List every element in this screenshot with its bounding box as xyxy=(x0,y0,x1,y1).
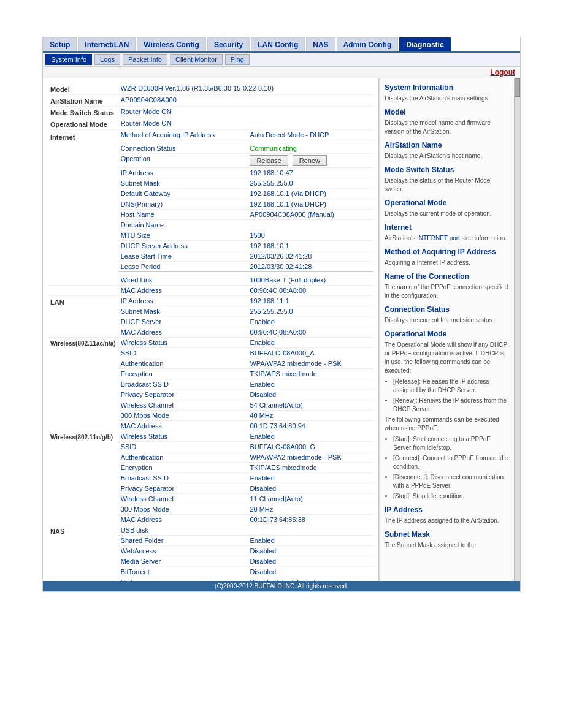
logout-button[interactable]: Logout xyxy=(490,68,515,77)
tab-internet-lan[interactable]: Internet/LAN xyxy=(78,37,136,51)
nas-web-value: Disabled xyxy=(247,546,373,556)
help-model-heading: Model xyxy=(385,108,509,116)
lease-period-label: Lease Period xyxy=(118,262,248,272)
help-method-desc: Acquiring a Internet IP address. xyxy=(385,259,509,267)
renew-button[interactable]: Renew xyxy=(293,155,327,166)
tab-lan-config[interactable]: LAN Config xyxy=(251,37,305,51)
w11b-bcast-label: Broadcast SSID xyxy=(118,473,248,483)
airstation-name-row: AirStation Name AP00904C08A000 xyxy=(48,95,373,107)
lan-mac-value: 00:90:4C:08:A0:00 xyxy=(247,327,373,338)
eco-status-label: Status xyxy=(118,577,248,582)
subtab-client-monitor[interactable]: Client Monitor xyxy=(170,54,223,65)
operation-buttons: Release Renew xyxy=(247,154,373,168)
w11ac-enc-label: Encryption xyxy=(118,369,248,379)
tab-diagnostic[interactable]: Diagnostic xyxy=(399,37,450,51)
release-button[interactable]: Release xyxy=(250,155,288,166)
mtu-value: 1500 xyxy=(247,230,373,241)
wired-link-value: 1000Base-T (Full-duplex) xyxy=(247,275,373,286)
nas-shared-label: Shared Folder xyxy=(118,536,248,546)
help-connection-status-heading: Connection Status xyxy=(385,305,509,314)
wired-mac-value: 00:90:4C:08:A8:00 xyxy=(247,286,373,296)
eco-row: ECO Mode Status Disable Schedule feature xyxy=(48,577,373,582)
airstation-name-value: AP00904C08A000 xyxy=(118,95,373,107)
help-subnet-desc: The Subnet Mask assigned to the xyxy=(385,541,509,550)
tab-setup[interactable]: Setup xyxy=(43,37,77,51)
subtab-logs[interactable]: Logs xyxy=(94,54,120,65)
w11ac-auth-label: Authentication xyxy=(118,358,248,369)
w11b-channel-value: 11 Channel(Auto) xyxy=(247,494,373,504)
logout-bar: Logout xyxy=(43,67,520,78)
subtab-packet-info[interactable]: Packet Info xyxy=(123,54,167,65)
operational-mode-row: Operational Mode Router Mode ON xyxy=(48,118,373,130)
w11b-mac-value: 00:1D:73:64:85:38 xyxy=(247,515,373,525)
domain-value xyxy=(247,220,373,230)
w11b-status-label: Wireless Status xyxy=(118,431,248,442)
w11ac-status-value: Enabled xyxy=(247,338,373,348)
tab-wireless-config[interactable]: Wireless Config xyxy=(137,37,206,51)
subnet-label: Subnet Mask xyxy=(118,178,248,189)
tab-nas[interactable]: NAS xyxy=(306,37,335,51)
operation-label: Operation xyxy=(118,154,248,168)
lease-start-value: 2012/03/26 02:41:28 xyxy=(247,251,373,262)
w11b-auth-label: Authentication xyxy=(118,452,248,463)
wired-mac-row: MAC Address 00:90:4C:08:A8:00 xyxy=(48,286,373,296)
nas-web-label: WebAccess xyxy=(118,546,248,556)
nas-row: NAS USB disk xyxy=(48,525,373,536)
wired-link-label: Wired Link xyxy=(118,275,248,286)
lan-section-label: LAN xyxy=(48,296,118,338)
lan-subnet-label: Subnet Mask xyxy=(118,306,248,317)
wireless-11b-section-label: Wireless(802.11n/g/b) xyxy=(48,431,118,525)
ip-label: IP Address xyxy=(118,168,248,178)
nas-section-label: NAS xyxy=(48,525,118,577)
help-internet-side: side information. xyxy=(460,235,507,241)
right-scrollbar[interactable] xyxy=(514,78,520,581)
help-pppoe-bullet-3: [Stop]: Stop idle condition. xyxy=(393,492,509,501)
footer-bar: (C)2000-2012 BUFFALO INC. All rights res… xyxy=(43,581,520,591)
tab-security[interactable]: Security xyxy=(207,37,250,51)
mode-switch-label: Mode Switch Status xyxy=(48,107,118,118)
lan-dhcp-label: DHCP Server xyxy=(118,317,248,327)
w11b-status-value: Enabled xyxy=(247,431,373,442)
subtab-ping[interactable]: Ping xyxy=(225,54,250,65)
model-label: Model xyxy=(48,83,118,95)
left-panel: Model WZR-D1800H Ver.1.86 (R1.35/B6.30.1… xyxy=(43,78,379,581)
eco-section-label: ECO Mode xyxy=(48,577,118,582)
w11b-enc-label: Encryption xyxy=(118,463,248,473)
lan-dhcp-value: Enabled xyxy=(247,317,373,327)
domain-label: Domain Name xyxy=(118,220,248,230)
dns-value: 192.168.10.1 (Via DHCP) xyxy=(247,199,373,210)
scrollbar-thumb[interactable] xyxy=(515,78,520,97)
footer-text: (C)2000-2012 BUFFALO INC. All rights res… xyxy=(215,583,348,590)
help-operational-mode-heading: Operational Mode xyxy=(385,330,509,338)
help-pppoe-bullet-0: [Start]: Start connecting to a PPPoE Ser… xyxy=(393,435,509,452)
hostname-label: Host Name xyxy=(118,210,248,220)
tab-admin-config[interactable]: Admin Config xyxy=(337,37,399,51)
nas-bittorrent-label: BitTorrent xyxy=(118,567,248,577)
help-pppoe-bullets: [Start]: Start connecting to a PPPoE Ser… xyxy=(393,435,509,501)
w11b-auth-value: WPA/WPA2 mixedmode - PSK xyxy=(247,452,373,463)
help-operational-desc: Displays the current mode of operation. xyxy=(385,210,509,218)
w11ac-bcast-label: Broadcast SSID xyxy=(118,379,248,390)
subtab-system-info[interactable]: System Info xyxy=(45,54,92,65)
w11b-ssid-value: BUFFALO-08A000_G xyxy=(247,442,373,452)
mtu-label: MTU Size xyxy=(118,230,248,241)
nas-bittorrent-value: Disabled xyxy=(247,567,373,577)
w11b-priv-value: Disabled xyxy=(247,483,373,494)
connection-status-label: Connection Status xyxy=(118,143,248,154)
content-area: Model WZR-D1800H Ver.1.86 (R1.35/B6.30.1… xyxy=(43,78,520,581)
wireless-11ac-section-label: Wireless(802.11ac/n/a) xyxy=(48,338,118,431)
lan-ip-value: 192.168.11.1 xyxy=(247,296,373,306)
w11ac-mac-value: 00:1D:73:64:80:94 xyxy=(247,421,373,431)
right-panel: System Information Displays the AirStati… xyxy=(379,78,514,581)
w11ac-300-label: 300 Mbps Mode xyxy=(118,411,248,421)
help-internet-heading: Internet xyxy=(385,223,509,232)
internet-section-label: Internet xyxy=(48,130,118,286)
model-value: WZR-D1800H Ver.1.86 (R1.35/B6.30.15-0.22… xyxy=(118,83,373,95)
internet-port-link[interactable]: INTERNET port xyxy=(417,235,460,241)
help-connection-name-desc: The name of the PPPoE connection specifi… xyxy=(385,283,509,300)
method-label: Method of Acquiring IP Address xyxy=(118,130,248,140)
nas-media-label: Media Server xyxy=(118,556,248,567)
nas-usb-label: USB disk xyxy=(118,525,248,536)
w11ac-priv-value: Disabled xyxy=(247,390,373,400)
operational-mode-label: Operational Mode xyxy=(48,118,118,130)
